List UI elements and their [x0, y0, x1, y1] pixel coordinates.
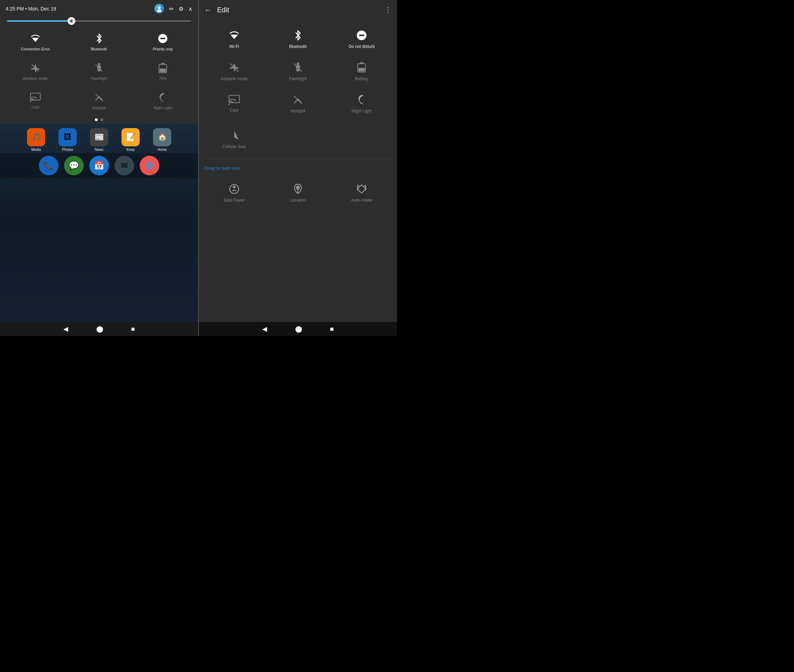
nav-recent-left[interactable]: ■ [131, 325, 135, 333]
location-icon [293, 183, 303, 195]
nav-bar-left: ◀ ⬤ ■ [0, 322, 198, 336]
nav-back-left[interactable]: ◀ [63, 325, 68, 333]
status-time: 4:25 PM • Mon, Dec 19 [6, 6, 152, 11]
tile-flashlight-label: Flashlight [91, 76, 107, 80]
svg-marker-26 [231, 35, 238, 39]
edit-tile-dnd[interactable]: Do not disturb [330, 23, 394, 55]
svg-rect-35 [360, 62, 363, 64]
tile-battery[interactable]: 75% [131, 57, 195, 86]
add-tile-autorotate[interactable]: Auto-rotate [330, 177, 394, 209]
nav-bar-right: ◀ ⬤ ■ [199, 322, 397, 336]
edit-tile-flashlight[interactable]: Flashlight [266, 55, 330, 88]
svg-line-25 [96, 94, 102, 101]
svg-line-9 [72, 19, 73, 20]
tile-cast-label: Cast [32, 105, 40, 109]
app-photos[interactable]: 🖼 Photos [55, 128, 80, 152]
back-button[interactable]: ← [205, 6, 211, 14]
app-home-label: Home [157, 148, 167, 152]
dock-messages[interactable]: 💬 [64, 156, 84, 175]
edit-bluetooth-icon [292, 29, 304, 41]
app-keep[interactable]: 📝 Keep [118, 128, 143, 152]
tile-airplane[interactable]: Airplane mode [3, 57, 67, 86]
edit-tile-bluetooth[interactable]: Bluetooth [266, 23, 330, 55]
svg-rect-15 [98, 63, 100, 66]
edit-tile-wifi[interactable]: Wi-Fi [202, 23, 266, 55]
brightness-thumb [67, 17, 75, 25]
svg-rect-20 [161, 63, 165, 64]
tile-nightlight[interactable]: Night Light [131, 86, 195, 115]
svg-point-1 [157, 10, 162, 12]
hotspot-icon [93, 92, 105, 103]
page-dots [0, 115, 198, 124]
tile-wifi-label: Connection Error [21, 47, 50, 51]
dock-email[interactable]: ✉ [114, 156, 134, 175]
tile-flashlight[interactable]: Flashlight [67, 57, 131, 86]
app-row: 🎵 Media 🖼 Photos 📰 News 📝 Keep 🏠 Home [0, 124, 198, 153]
svg-rect-30 [297, 62, 299, 66]
add-tile-location[interactable]: Location [266, 177, 330, 209]
nav-home-right[interactable]: ⬤ [295, 325, 302, 333]
dot-2 [101, 118, 103, 121]
add-tile-datasaver-label: Data Saver [224, 198, 245, 203]
sun-icon [69, 19, 74, 24]
app-photos-label: Photos [62, 148, 73, 152]
edit-tile-airplane-label: Airplane mode [221, 76, 248, 81]
svg-rect-36 [359, 68, 365, 71]
dock-row: 📞 💬 📅 ✉ 🌐 [0, 153, 198, 178]
edit-tile-cellular[interactable]: Cellular data [202, 123, 266, 155]
dock-chrome[interactable]: 🌐 [140, 156, 159, 175]
quick-tiles-grid: Connection Error Bluetooth Priority only… [0, 27, 198, 115]
datasaver-icon [228, 183, 240, 195]
edit-tile-dnd-label: Do not disturb [349, 44, 375, 49]
tile-dnd-label: Priority only [153, 47, 173, 51]
tile-airplane-label: Airplane mode [23, 76, 48, 80]
nav-back-right[interactable]: ◀ [262, 325, 267, 333]
edit-tile-hotspot[interactable]: Hotspot [266, 88, 330, 120]
tile-hotspot[interactable]: Hotspot [67, 86, 131, 115]
edit-tile-wifi-label: Wi-Fi [229, 44, 239, 49]
brightness-fill [7, 20, 71, 22]
app-home[interactable]: 🏠 Home [150, 128, 174, 152]
tile-battery-label: 75% [159, 76, 166, 80]
svg-line-8 [72, 22, 73, 23]
brightness-slider[interactable] [7, 20, 191, 22]
edit-tile-flashlight-label: Flashlight [289, 76, 307, 81]
nav-home-left[interactable]: ⬤ [96, 325, 103, 333]
svg-marker-48 [364, 184, 366, 187]
home-icon: 🏠 [153, 128, 171, 146]
edit-tile-cast[interactable]: Cast [202, 88, 266, 120]
tile-bluetooth[interactable]: Bluetooth [67, 27, 131, 57]
add-tile-datasaver[interactable]: Data Saver [202, 177, 266, 209]
edit-icon[interactable]: ✏ [169, 6, 174, 12]
app-news-label: News [94, 148, 103, 152]
edit-tile-nightlight[interactable]: Night Light [330, 88, 394, 120]
nav-recent-right[interactable]: ■ [330, 325, 334, 333]
app-media-label: Media [31, 148, 41, 152]
edit-tiles-grid: Wi-Fi Bluetooth Do not disturb Airplane … [199, 19, 397, 123]
more-options-button[interactable]: ⋮ [384, 6, 391, 14]
collapse-icon[interactable]: ∧ [188, 6, 192, 12]
app-news[interactable]: 📰 News [87, 128, 111, 152]
edit-tile-battery[interactable]: Battery [330, 55, 394, 88]
edit-cast-icon [228, 94, 240, 105]
add-tiles-grid: Data Saver Location Auto-rotate [199, 174, 397, 212]
edit-tile-battery-label: Battery [355, 76, 368, 81]
battery-icon [158, 62, 168, 74]
tile-wifi[interactable]: Connection Error [3, 27, 67, 57]
settings-icon[interactable]: ⚙ [179, 6, 183, 12]
tile-hotspot-label: Hotspot [93, 106, 106, 110]
edit-tile-airplane[interactable]: Airplane mode [202, 55, 266, 88]
edit-tile-cast-label: Cast [230, 108, 239, 113]
tile-bluetooth-label: Bluetooth [91, 47, 107, 51]
app-media[interactable]: 🎵 Media [24, 128, 48, 152]
dock-phone[interactable]: 📞 [39, 156, 58, 175]
tile-dnd[interactable]: Priority only [131, 27, 195, 57]
media-icon: 🎵 [27, 128, 45, 146]
svg-point-45 [297, 187, 299, 189]
dock-calendar[interactable]: 📅 [89, 156, 109, 175]
edit-battery-icon [357, 62, 367, 74]
drag-section: Drag to add tiles [199, 159, 397, 174]
edit-nightlight-icon [357, 94, 367, 106]
cellular-icon [229, 130, 240, 141]
tile-cast[interactable]: Cast [3, 86, 67, 115]
